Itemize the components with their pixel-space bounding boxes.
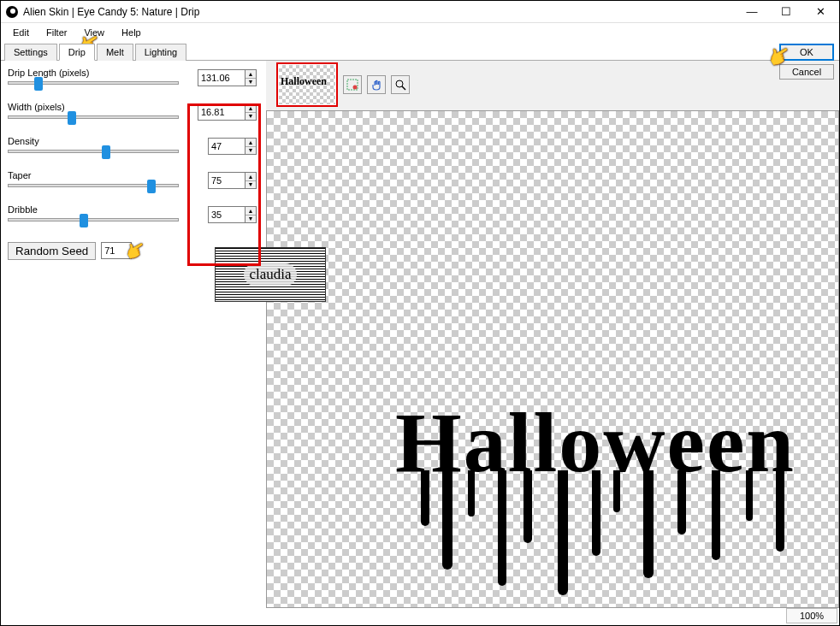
width-input[interactable] <box>198 103 245 121</box>
width-slider[interactable] <box>8 115 179 119</box>
marquee-tool-icon[interactable] <box>343 75 362 94</box>
dribble-down[interactable]: ▼ <box>245 216 256 223</box>
cancel-button[interactable]: Cancel <box>779 64 834 80</box>
menu-edit[interactable]: Edit <box>4 25 38 40</box>
menu-view[interactable]: View <box>75 25 113 40</box>
tab-melt[interactable]: Melt <box>97 44 133 61</box>
close-button[interactable]: ✕ <box>803 2 837 22</box>
watermark: claudia <box>215 247 326 302</box>
preview-thumbnail[interactable]: Halloween <box>276 62 338 107</box>
preview-canvas[interactable]: Halloween <box>266 110 839 608</box>
taper-input[interactable] <box>208 172 245 189</box>
taper-slider[interactable] <box>8 184 179 187</box>
width-up[interactable]: ▲ <box>245 104 256 113</box>
tab-settings[interactable]: Settings <box>4 44 57 61</box>
thumb-text: Halloween <box>281 75 327 88</box>
random-seed-button[interactable]: Random Seed <box>8 242 96 260</box>
svg-line-3 <box>402 86 405 90</box>
dribble-up[interactable]: ▲ <box>245 207 256 216</box>
preview-area: Halloween Halloween <box>266 61 839 608</box>
menu-bar: Edit Filter View Help <box>1 23 839 42</box>
title-bar: Alien Skin | Eye Candy 5: Nature | Drip … <box>1 1 839 23</box>
width-down[interactable]: ▼ <box>245 113 256 121</box>
taper-up[interactable]: ▲ <box>245 173 256 181</box>
menu-help[interactable]: Help <box>113 25 150 40</box>
dribble-slider[interactable] <box>8 218 179 221</box>
density-up[interactable]: ▲ <box>245 139 256 147</box>
tab-bar: Settings Drip Melt Lighting <box>1 43 839 61</box>
density-input[interactable] <box>208 138 245 155</box>
menu-filter[interactable]: Filter <box>38 25 75 40</box>
dribble-input[interactable] <box>208 206 245 223</box>
maximize-button[interactable]: ☐ <box>769 2 803 22</box>
drip-length-up[interactable]: ▲ <box>245 70 256 79</box>
zoom-status: 100% <box>786 608 837 623</box>
drip-length-slider[interactable] <box>8 81 179 85</box>
drip-effect <box>395 470 823 607</box>
settings-panel: Drip Length (pixels) ▲▼ Width (pixels) ▲… <box>1 61 266 608</box>
app-icon <box>6 6 18 18</box>
taper-down[interactable]: ▼ <box>245 181 256 189</box>
zoom-tool-icon[interactable] <box>391 75 410 94</box>
ok-button[interactable]: OK <box>779 44 834 61</box>
hand-tool-icon[interactable] <box>367 75 386 94</box>
minimize-button[interactable]: — <box>735 2 769 22</box>
drip-length-down[interactable]: ▼ <box>245 79 256 86</box>
random-seed-input[interactable] <box>101 242 132 259</box>
density-slider[interactable] <box>8 150 179 153</box>
svg-point-2 <box>396 80 403 87</box>
drip-length-input[interactable] <box>198 69 245 86</box>
density-down[interactable]: ▼ <box>245 147 256 155</box>
tab-drip[interactable]: Drip <box>59 44 95 61</box>
window-title: Alien Skin | Eye Candy 5: Nature | Drip <box>23 6 735 18</box>
tab-lighting[interactable]: Lighting <box>135 44 187 61</box>
svg-point-1 <box>353 86 358 90</box>
watermark-text: claudia <box>244 263 296 286</box>
